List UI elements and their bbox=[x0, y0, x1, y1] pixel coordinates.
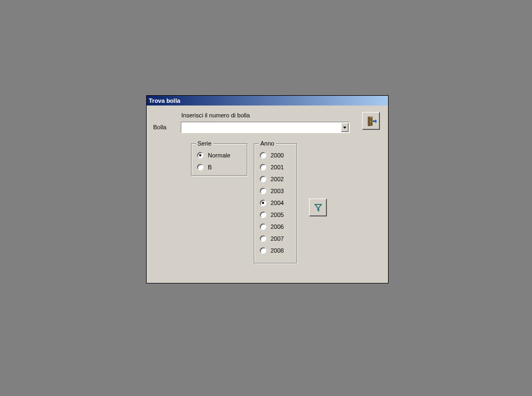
chevron-down-icon bbox=[343, 127, 346, 129]
anno-option-2007[interactable]: 2007 bbox=[254, 234, 297, 243]
serie-options-container: NormaleB bbox=[192, 150, 247, 172]
serie-group: Serie NormaleB bbox=[191, 143, 247, 176]
serie-option-label: Normale bbox=[208, 152, 231, 159]
bolla-combo[interactable] bbox=[181, 122, 350, 133]
anno-options-container: 200020012002200320042005200620072008 bbox=[254, 150, 297, 255]
svg-point-1 bbox=[370, 121, 371, 122]
anno-option-label: 2004 bbox=[271, 200, 284, 206]
dialog-client-area: Inserisci il numero di bolla Bolla Serie… bbox=[147, 105, 388, 283]
anno-option-2002[interactable]: 2002 bbox=[254, 174, 297, 184]
anno-group: Anno 20002001200220032004200520062007200… bbox=[254, 143, 297, 263]
anno-option-2008[interactable]: 2008 bbox=[254, 246, 297, 255]
anno-option-label: 2000 bbox=[271, 152, 284, 159]
anno-option-label: 2005 bbox=[271, 212, 284, 218]
radio-icon bbox=[260, 164, 266, 170]
anno-option-label: 2002 bbox=[271, 176, 284, 182]
radio-icon bbox=[197, 164, 203, 170]
radio-icon bbox=[197, 152, 203, 159]
radio-icon bbox=[260, 235, 266, 242]
serie-legend: Serie bbox=[196, 140, 213, 147]
anno-option-2005[interactable]: 2005 bbox=[254, 210, 297, 220]
anno-option-label: 2007 bbox=[271, 235, 284, 242]
bolla-input[interactable] bbox=[181, 122, 340, 133]
close-button[interactable] bbox=[362, 112, 380, 130]
anno-option-2003[interactable]: 2003 bbox=[254, 186, 297, 196]
anno-option-2000[interactable]: 2000 bbox=[254, 150, 297, 160]
instruction-label: Inserisci il numero di bolla bbox=[181, 112, 250, 118]
anno-option-label: 2008 bbox=[271, 247, 284, 254]
anno-option-2006[interactable]: 2006 bbox=[254, 222, 297, 232]
serie-option-b[interactable]: B bbox=[192, 162, 247, 172]
anno-option-label: 2006 bbox=[271, 223, 284, 230]
radio-icon bbox=[260, 200, 266, 206]
exit-door-icon bbox=[366, 116, 377, 127]
filter-button[interactable] bbox=[309, 199, 327, 216]
radio-icon bbox=[260, 152, 266, 159]
bolla-dropdown-button[interactable] bbox=[340, 122, 350, 133]
radio-icon bbox=[260, 247, 266, 254]
radio-icon bbox=[260, 212, 266, 218]
dialog-trova-bolla: Trova bolla Inserisci il numero di bolla… bbox=[146, 95, 389, 283]
anno-option-label: 2001 bbox=[271, 164, 284, 170]
titlebar: Trova bolla bbox=[147, 96, 388, 105]
radio-icon bbox=[260, 223, 266, 230]
bolla-field-label: Bolla bbox=[153, 124, 166, 130]
serie-option-normale[interactable]: Normale bbox=[192, 150, 247, 160]
dialog-title: Trova bolla bbox=[149, 97, 180, 104]
radio-icon bbox=[260, 176, 266, 182]
funnel-filter-icon bbox=[314, 203, 323, 212]
anno-option-2001[interactable]: 2001 bbox=[254, 162, 297, 172]
anno-legend: Anno bbox=[259, 140, 276, 147]
radio-icon bbox=[260, 188, 266, 194]
anno-option-label: 2003 bbox=[271, 188, 284, 194]
anno-option-2004[interactable]: 2004 bbox=[254, 198, 297, 208]
serie-option-label: B bbox=[208, 164, 212, 170]
